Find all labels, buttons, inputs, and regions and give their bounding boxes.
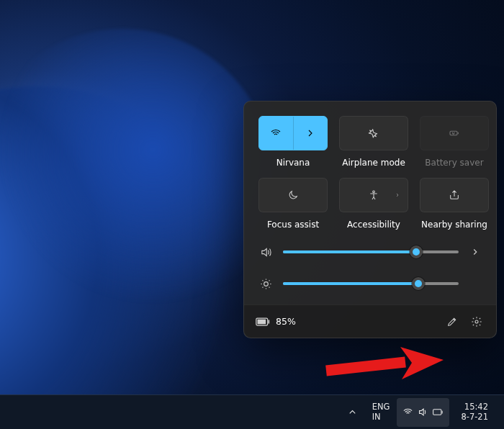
volume-icon bbox=[258, 246, 273, 258]
language-button[interactable]: ENG IN bbox=[366, 398, 396, 427]
battery-saver-icon bbox=[449, 127, 460, 139]
quick-settings-panel: Nirvana Airplane mode Battery saver Focu… bbox=[243, 101, 497, 338]
volume-row bbox=[258, 245, 482, 258]
volume-icon bbox=[418, 407, 428, 417]
share-icon bbox=[449, 189, 460, 201]
accessibility-icon bbox=[368, 189, 379, 201]
chevron-right-icon bbox=[305, 127, 316, 139]
sliders-section bbox=[244, 232, 496, 304]
tile-nearby-label: Nearby sharing bbox=[421, 220, 487, 230]
svg-point-1 bbox=[373, 191, 375, 193]
tile-nearby-sharing[interactable] bbox=[420, 178, 489, 212]
svg-rect-5 bbox=[269, 320, 270, 323]
svg-point-6 bbox=[475, 320, 478, 323]
tile-wrap-wifi: Nirvana bbox=[258, 116, 328, 168]
tile-wrap-focus: Focus assist bbox=[258, 178, 328, 230]
svg-rect-0 bbox=[450, 131, 457, 135]
tile-wifi[interactable] bbox=[258, 116, 328, 150]
brightness-slider[interactable] bbox=[283, 277, 459, 290]
battery-icon bbox=[256, 317, 270, 326]
tile-accessibility[interactable] bbox=[339, 178, 408, 212]
tile-wifi-label: Nirvana bbox=[276, 158, 310, 168]
tile-wifi-expand[interactable] bbox=[294, 117, 328, 150]
pencil-icon bbox=[446, 316, 458, 328]
chevron-right-icon bbox=[470, 247, 480, 257]
taskbar: ENG IN 15:42 8-7-21 bbox=[0, 394, 504, 429]
volume-slider[interactable] bbox=[283, 245, 459, 258]
brightness-row bbox=[258, 277, 482, 290]
tile-focus-label: Focus assist bbox=[267, 220, 319, 230]
tile-wrap-nearby: Nearby sharing bbox=[420, 178, 489, 230]
clock-time: 15:42 bbox=[461, 402, 488, 412]
tile-battery-saver bbox=[420, 116, 489, 150]
svg-point-2 bbox=[264, 281, 268, 286]
tile-wrap-airplane: Airplane mode bbox=[339, 116, 408, 168]
system-tray-button[interactable] bbox=[397, 398, 449, 427]
tray-overflow-button[interactable] bbox=[340, 398, 365, 427]
gear-icon bbox=[471, 316, 482, 328]
svg-rect-4 bbox=[258, 319, 266, 324]
volume-output-button[interactable] bbox=[469, 245, 482, 258]
moon-icon bbox=[287, 189, 299, 201]
tile-wifi-toggle[interactable] bbox=[259, 117, 294, 150]
language-bottom: IN bbox=[372, 412, 390, 422]
tile-battery-saver-label: Battery saver bbox=[425, 158, 483, 168]
battery-text: 85% bbox=[276, 316, 296, 327]
language-top: ENG bbox=[372, 402, 390, 412]
clock-button[interactable]: 15:42 8-7-21 bbox=[451, 398, 498, 427]
chevron-right-icon bbox=[395, 192, 400, 198]
brightness-icon bbox=[258, 278, 273, 290]
svg-rect-8 bbox=[433, 410, 441, 415]
tile-wrap-accessibility: Accessibility bbox=[339, 178, 408, 230]
edit-quick-settings-button[interactable] bbox=[440, 310, 464, 334]
quick-settings-tiles: Nirvana Airplane mode Battery saver Focu… bbox=[244, 101, 496, 232]
tile-airplane-label: Airplane mode bbox=[342, 158, 405, 168]
wifi-icon bbox=[402, 407, 413, 417]
settings-button[interactable] bbox=[464, 310, 489, 334]
tile-focus-assist[interactable] bbox=[258, 178, 328, 212]
airplane-icon bbox=[368, 127, 379, 139]
clock-date: 8-7-21 bbox=[461, 412, 488, 422]
chevron-up-icon bbox=[347, 407, 358, 417]
battery-status[interactable]: 85% bbox=[256, 316, 296, 327]
battery-icon bbox=[433, 407, 444, 417]
tile-wrap-battery-saver: Battery saver bbox=[420, 116, 489, 168]
quick-settings-footer: 85% bbox=[244, 304, 496, 338]
tile-airplane[interactable] bbox=[339, 116, 408, 150]
wifi-icon bbox=[270, 127, 282, 139]
tile-accessibility-label: Accessibility bbox=[347, 220, 400, 230]
